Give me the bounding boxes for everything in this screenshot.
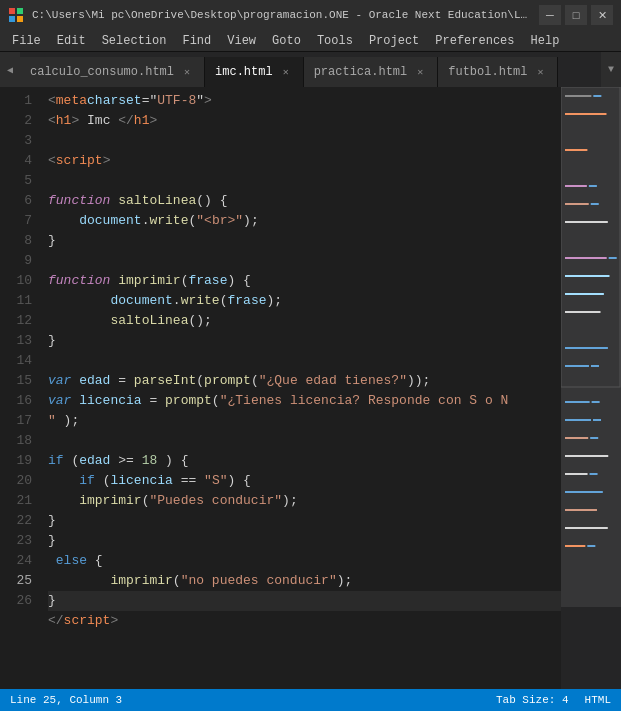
tab-bar: ◀ calculo_consumo.html ✕ imc.html ✕ prac… [0, 52, 621, 87]
tab-close-futbol[interactable]: ✕ [533, 65, 547, 79]
code-line-17 [48, 431, 561, 451]
code-line-9 [48, 251, 561, 271]
code-area[interactable]: <meta charset="UTF-8"> <h1> Imc </h1> <s… [40, 87, 561, 689]
line-num-19: 19 [0, 451, 40, 471]
menu-tools[interactable]: Tools [309, 30, 361, 52]
code-line-7: document.write("<br>"); [48, 211, 561, 231]
code-line-18: if (edad >= 18 ) { [48, 451, 561, 471]
line-num-18: 18 [0, 431, 40, 451]
code-line-1: <meta charset="UTF-8"> [48, 91, 561, 111]
code-line-16b: " ); [48, 411, 561, 431]
tab-scroll-right[interactable]: ▼ [601, 52, 621, 87]
cursor-position[interactable]: Line 25, Column 3 [10, 694, 122, 706]
status-left: Line 25, Column 3 [10, 694, 122, 706]
code-line-4: <script> [48, 151, 561, 171]
line-num-7: 7 [0, 211, 40, 231]
tab-label: imc.html [215, 65, 273, 79]
line-num-26: 26 [0, 591, 40, 611]
line-num-10: 10 [0, 271, 40, 291]
line-num-23: 23 [0, 531, 40, 551]
tab-futbol[interactable]: futbol.html ✕ [438, 57, 558, 87]
status-bar: Line 25, Column 3 Tab Size: 4 HTML [0, 689, 621, 711]
code-line-26: </script> [48, 611, 561, 631]
line-num-9: 9 [0, 251, 40, 271]
tab-close-imc[interactable]: ✕ [279, 65, 293, 79]
maximize-button[interactable]: □ [565, 5, 587, 25]
status-right: Tab Size: 4 HTML [496, 694, 611, 706]
line-num-3: 3 [0, 131, 40, 151]
tab-label: calculo_consumo.html [30, 65, 174, 79]
code-line-2: <h1> Imc </h1> [48, 111, 561, 131]
code-line-12: saltoLinea(); [48, 311, 561, 331]
line-num-12: 12 [0, 311, 40, 331]
line-num-14: 14 [0, 351, 40, 371]
line-num-6: 6 [0, 191, 40, 211]
code-line-22: } [48, 531, 561, 551]
menu-bar: File Edit Selection Find View Goto Tools… [0, 30, 621, 52]
menu-project[interactable]: Project [361, 30, 427, 52]
menu-goto[interactable]: Goto [264, 30, 309, 52]
line-num-20: 20 [0, 471, 40, 491]
code-line-16: var licencia = prompt("¿Tienes licencia?… [48, 391, 561, 411]
tab-scroll-left[interactable]: ◀ [0, 52, 20, 87]
code-line-6: function saltoLinea() { [48, 191, 561, 211]
tab-size[interactable]: Tab Size: 4 [496, 694, 569, 706]
svg-rect-0 [9, 8, 15, 14]
title-bar: C:\Users\Mi pc\OneDrive\Desktop\programa… [0, 0, 621, 30]
code-line-10: function imprimir(frase) { [48, 271, 561, 291]
line-num-4: 4 [0, 151, 40, 171]
code-line-23: else { [48, 551, 561, 571]
tab-close-calculo[interactable]: ✕ [180, 65, 194, 79]
menu-edit[interactable]: Edit [49, 30, 94, 52]
line-num-2: 2 [0, 111, 40, 131]
code-line-8: } [48, 231, 561, 251]
svg-rect-1 [17, 8, 23, 14]
editor-area: 1 2 3 4 5 6 7 8 9 10 11 12 13 14 15 16 1… [0, 87, 621, 689]
close-button[interactable]: ✕ [591, 5, 613, 25]
line-num-8: 8 [0, 231, 40, 251]
tab-imc[interactable]: imc.html ✕ [205, 57, 304, 87]
code-line-20: imprimir("Puedes conducir"); [48, 491, 561, 511]
svg-rect-3 [17, 16, 23, 22]
menu-selection[interactable]: Selection [94, 30, 175, 52]
window-title: C:\Users\Mi pc\OneDrive\Desktop\programa… [32, 9, 531, 21]
code-line-21: } [48, 511, 561, 531]
line-num-11: 11 [0, 291, 40, 311]
code-line-19: if (licencia == "S") { [48, 471, 561, 491]
menu-file[interactable]: File [4, 30, 49, 52]
line-num-1: 1 [0, 91, 40, 111]
language-mode[interactable]: HTML [585, 694, 611, 706]
line-num-21: 21 [0, 491, 40, 511]
tab-calculo[interactable]: calculo_consumo.html ✕ [20, 57, 205, 87]
tab-close-practica[interactable]: ✕ [413, 65, 427, 79]
code-line-24: imprimir("no puedes conducir"); [48, 571, 561, 591]
line-num-25: 25 [0, 571, 40, 591]
tab-practica[interactable]: practica.html ✕ [304, 57, 439, 87]
line-num-15: 15 [0, 371, 40, 391]
minimize-button[interactable]: ─ [539, 5, 561, 25]
code-line-5 [48, 171, 561, 191]
app-icon [8, 7, 24, 23]
line-num-5: 5 [0, 171, 40, 191]
line-num-22: 22 [0, 511, 40, 531]
menu-view[interactable]: View [219, 30, 264, 52]
code-line-11: document.write(frase); [48, 291, 561, 311]
line-numbers: 1 2 3 4 5 6 7 8 9 10 11 12 13 14 15 16 1… [0, 87, 40, 689]
window-controls: ─ □ ✕ [539, 5, 613, 25]
line-num-16: 16 [0, 391, 40, 411]
minimap-canvas [561, 87, 621, 607]
line-num-24: 24 [0, 551, 40, 571]
code-line-14 [48, 351, 561, 371]
code-line-25: } [48, 591, 561, 611]
menu-find[interactable]: Find [174, 30, 219, 52]
code-line-3 [48, 131, 561, 151]
menu-help[interactable]: Help [523, 30, 568, 52]
code-line-13: } [48, 331, 561, 351]
code-line-15: var edad = parseInt(prompt("¿Que edad ti… [48, 371, 561, 391]
tab-label: practica.html [314, 65, 408, 79]
svg-rect-2 [9, 16, 15, 22]
line-num-17: 17 [0, 411, 40, 431]
menu-preferences[interactable]: Preferences [427, 30, 522, 52]
tab-label: futbol.html [448, 65, 527, 79]
minimap [561, 87, 621, 689]
